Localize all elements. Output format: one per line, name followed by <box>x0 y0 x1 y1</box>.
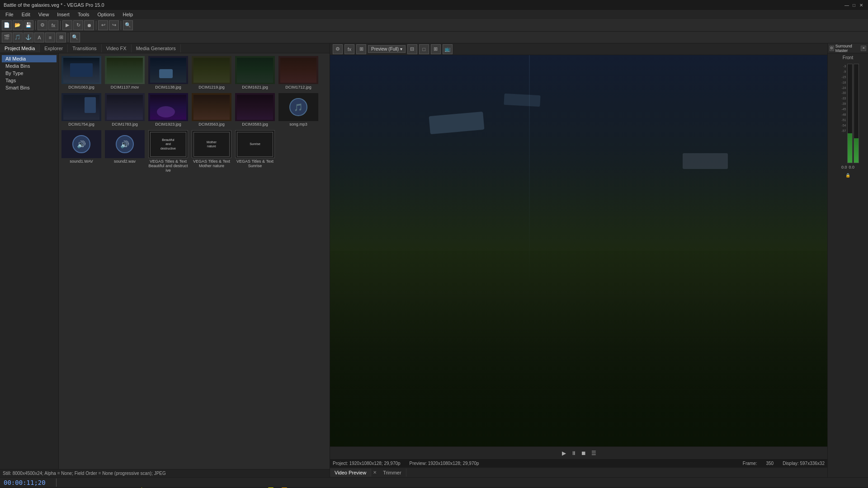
settings-button[interactable]: ⚙ <box>38 20 47 30</box>
stop-preview-button[interactable]: ⏹ <box>580 449 588 457</box>
preview-res-info: Preview: 1920x1080x128; 29,970p <box>410 461 479 466</box>
minimize-button[interactable]: — <box>844 2 850 8</box>
media-item-dcim1783[interactable]: DCIM1783.jpg <box>104 92 146 127</box>
media-item-dcim1219[interactable]: DCIM1219.jpg <box>191 55 232 90</box>
left-content: All Media Media Bins By Type Tags Smart … <box>0 53 330 469</box>
media-label: DCIM1137.mov <box>111 85 139 89</box>
vu-scale-3: -3 <box>837 64 846 69</box>
surround-front-label: Front <box>843 55 853 60</box>
media-item-dcim1137[interactable]: DCIM1137.mov <box>104 55 146 90</box>
grid-button[interactable]: ⊞ <box>56 33 66 42</box>
menu-edit[interactable]: Edit <box>18 11 34 18</box>
maximize-button[interactable]: □ <box>851 2 857 8</box>
preview-info-bar: Project: 1920x1080x128; 29,970p Preview:… <box>330 459 827 467</box>
tab-media-generators[interactable]: Media Generators <box>132 44 181 52</box>
tab-project-media[interactable]: Project Media <box>0 44 40 52</box>
preview-area <box>330 55 827 446</box>
menu-help[interactable]: Help <box>119 11 137 18</box>
play-button[interactable]: ▶ <box>62 20 72 30</box>
menu-file[interactable]: File <box>2 11 17 18</box>
tree-smart-bins[interactable]: Smart Bins <box>2 84 57 91</box>
tab-video-preview-close[interactable]: ✕ <box>371 470 378 475</box>
ripple-button[interactable]: ≡ <box>45 33 55 42</box>
media-label: DCIM1621.jpg <box>242 85 268 89</box>
separator-2 <box>60 21 61 30</box>
fx-button[interactable]: fx <box>48 20 58 30</box>
tree-media-bins[interactable]: Media Bins <box>2 62 57 70</box>
zoom-button[interactable]: 🔍 <box>123 20 133 30</box>
media-item-title-nature[interactable]: Mothernature VEGAS Titles & Text Mother … <box>191 129 232 174</box>
window-controls[interactable]: — □ ✕ <box>844 2 864 8</box>
media-item-title-beautiful[interactable]: Beautifulanddestructive VEGAS Titles & T… <box>147 129 189 174</box>
loop-button[interactable]: ↻ <box>73 20 83 30</box>
preview-quality-dropdown[interactable]: Preview (Full) ▾ <box>368 45 406 53</box>
separator-4 <box>121 21 121 30</box>
media-label: DCIM1063.jpg <box>68 85 94 89</box>
play-preview-button[interactable]: ▶ <box>560 449 568 457</box>
auto-button[interactable]: A <box>34 33 44 42</box>
media-label: DCIM3583.jpg <box>242 122 268 127</box>
media-item-dcim3583[interactable]: DCIM3583.jpg <box>234 92 276 127</box>
tree-all-media[interactable]: All Media <box>2 55 57 62</box>
loop-preview-button[interactable]: ☰ <box>590 449 598 457</box>
tab-video-preview[interactable]: Video Preview <box>330 469 371 477</box>
open-button[interactable]: 📂 <box>13 20 23 30</box>
media-item-dcim1712[interactable]: DCIM1712.jpg <box>278 55 319 90</box>
surround-settings-icon[interactable]: ⚙ <box>830 46 834 51</box>
tree-tags[interactable]: Tags <box>2 77 57 84</box>
pause-preview-button[interactable]: ⏸ <box>570 449 578 457</box>
media-item-dcim1621[interactable]: DCIM1621.jpg <box>234 55 276 90</box>
snap-button[interactable]: ⚓ <box>24 33 33 42</box>
preview-overlay-button[interactable]: □ <box>419 44 429 54</box>
surround-content: Front -3 -9 -15 -18 -24 -30 -33 -39 -45 … <box>828 53 868 477</box>
vu-scale-18: -18 <box>837 80 846 85</box>
new-button[interactable]: 📄 <box>2 20 12 30</box>
media-item-dcim3563[interactable]: DCIM3563.jpg <box>191 92 232 127</box>
media-item-dcim1138[interactable]: DCIM1138.jpg <box>147 55 189 90</box>
vu-db-right: 0.0 <box>849 165 855 169</box>
vu-scale-57: -57 <box>837 128 846 134</box>
close-button[interactable]: ✕ <box>858 2 864 8</box>
menu-insert[interactable]: Insert <box>53 11 73 18</box>
surround-close-button[interactable]: ✕ <box>861 46 866 51</box>
tab-video-fx[interactable]: Video FX <box>102 44 132 52</box>
menu-options[interactable]: Options <box>94 11 118 18</box>
media-item-sound1[interactable]: 🔊 sound1.WAV <box>61 129 102 174</box>
surround-header: ⚙ Surround Master ✕ <box>828 43 868 53</box>
preview-panel: ⚙ fx ⊞ Preview (Full) ▾ ⊟ □ ⊞ 📺 <box>330 43 827 477</box>
media-item-title-sunrise[interactable]: Sunrise VEGAS Titles & Text Sunrise <box>234 129 276 174</box>
vu-scale-33: -33 <box>837 96 846 101</box>
vu-scale-9: -9 <box>837 69 846 75</box>
record-button[interactable]: ⏺ <box>84 20 94 30</box>
track-button[interactable]: 🎵 <box>13 33 23 42</box>
zoom-in-button[interactable]: 🔍 <box>70 33 80 42</box>
preview-settings-button[interactable]: ⚙ <box>333 44 343 54</box>
media-item-sound2[interactable]: 🔊 sound2.wav <box>104 129 146 174</box>
vu-scale-45: -45 <box>837 107 846 112</box>
media-item-dcim1923[interactable]: DCIM1923.jpg <box>147 92 189 127</box>
redo-button[interactable]: ↪ <box>109 20 119 30</box>
tab-transitions[interactable]: Transitions <box>68 44 101 52</box>
preview-fx-button[interactable]: fx <box>344 44 354 54</box>
tree-by-type[interactable]: By Type <box>2 70 57 77</box>
preview-safe-button[interactable]: ⊞ <box>431 44 441 54</box>
preview-split-button[interactable]: ⊟ <box>407 44 417 54</box>
preview-ext-button[interactable]: 📺 <box>443 44 453 54</box>
menu-tools[interactable]: Tools <box>74 11 93 18</box>
media-item-dcim1063[interactable]: DCIM1063.jpg <box>61 55 102 90</box>
media-label: sound1.WAV <box>70 159 93 164</box>
menu-view[interactable]: View <box>35 11 53 18</box>
lock-icon: 🔒 <box>845 173 850 178</box>
save-button[interactable]: 💾 <box>24 20 33 30</box>
media-item-song[interactable]: 🎵 song.mp3 <box>278 92 319 127</box>
undo-button[interactable]: ↩ <box>98 20 108 30</box>
sep <box>56 479 57 487</box>
tab-explorer[interactable]: Explorer <box>40 44 68 52</box>
media-label: DCIM1138.jpg <box>155 85 181 89</box>
tab-trimmer[interactable]: Trimmer <box>378 469 406 477</box>
vu-scale-39: -39 <box>837 101 846 107</box>
media-button[interactable]: 🎬 <box>2 33 12 42</box>
separator-3 <box>96 21 96 30</box>
preview-size-button[interactable]: ⊞ <box>356 44 366 54</box>
media-item-dcim1754[interactable]: DCIM1754.jpg <box>61 92 102 127</box>
